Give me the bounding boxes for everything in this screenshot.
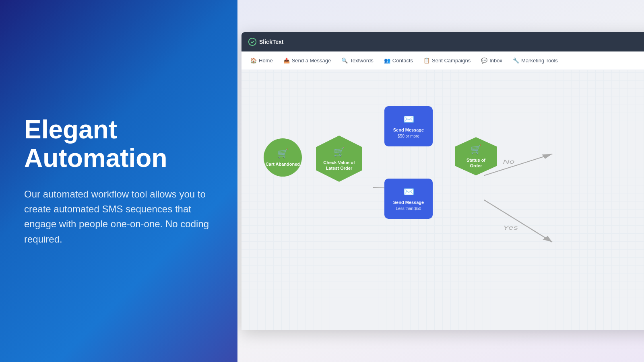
inbox-icon: 💬 [481,58,487,64]
nav-inbox[interactable]: 💬 Inbox [476,55,507,66]
headline-line2: Automation [24,144,167,173]
brand-name: SlickText [259,39,283,45]
send-top-sublabel: $50 or more [398,134,419,139]
browser-navbar: 🏠 Home 📤 Send a Message 🔍 Textwords 👥 Co… [242,51,644,70]
nav-contacts-label: Contacts [392,58,413,64]
cart-label: Cart Abandoned [266,161,300,167]
status-label: Status ofOrder [466,157,485,169]
send-top-label: Send Message [393,127,424,133]
browser-window: SlickText ? 🔔 D 🏠 Home 📤 Send a Message … [242,32,644,330]
description: Our automated workflow tool allows you t… [24,187,213,247]
nav-contacts[interactable]: 👥 Contacts [379,55,418,66]
check-icon: 🛒 [334,146,345,158]
nav-marketing[interactable]: 🔧 Marketing Tools [508,55,563,66]
nav-home[interactable]: 🏠 Home [246,55,278,66]
send-bottom-label: Send Message [393,200,424,205]
workflow-arrows-svg: No Yes [242,70,644,330]
nav-marketing-label: Marketing Tools [521,58,558,64]
node-send-message-bottom[interactable]: ✉️ Send Message Less than $50 [384,179,433,219]
send-bottom-icon: ✉️ [403,186,414,198]
brand-logo: SlickText [248,37,283,46]
nav-textwords-label: Textwords [350,58,374,64]
browser-content: No Yes 🛒 Cart Abandoned 🛒 Check Value of… [242,70,644,330]
workflow-canvas[interactable]: No Yes 🛒 Cart Abandoned 🛒 Check Value of… [242,70,644,330]
node-cart-abandoned[interactable]: 🛒 Cart Abandoned [264,138,302,177]
browser-topbar: SlickText ? 🔔 D [242,32,644,51]
send-icon: 📤 [283,58,290,64]
node-send-message-top[interactable]: ✉️ Send Message $50 or more [384,106,433,146]
headline: Elegant Automation [24,115,213,172]
slicktext-logo-icon [248,37,257,46]
svg-text:No: No [503,158,515,165]
home-icon: 🏠 [250,58,257,64]
svg-line-4 [484,200,553,242]
cart-icon: 🛒 [277,148,288,160]
nav-send-message[interactable]: 📤 Send a Message [279,55,336,66]
send-top-icon: ✉️ [403,114,414,125]
textwords-icon: 🔍 [341,58,348,64]
node-status-order[interactable]: 🛒 Status ofOrder [455,137,497,175]
svg-text:Yes: Yes [503,224,518,231]
right-panel: SlickText ? 🔔 D 🏠 Home 📤 Send a Message … [237,0,644,362]
left-panel: Elegant Automation Our automated workflo… [0,0,237,362]
nav-textwords[interactable]: 🔍 Textwords [336,55,378,66]
nav-home-label: Home [259,58,273,64]
campaigns-icon: 📋 [423,58,430,64]
contacts-icon: 👥 [384,58,390,64]
node-check-value[interactable]: 🛒 Check Value ofLatest Order [316,136,362,182]
headline-line1: Elegant [24,115,117,144]
nav-inbox-label: Inbox [489,58,502,64]
nav-send-label: Send a Message [292,58,331,64]
marketing-icon: 🔧 [513,58,519,64]
check-label: Check Value ofLatest Order [323,160,355,171]
nav-sent-campaigns[interactable]: 📋 Sent Campaigns [419,55,475,66]
svg-point-0 [249,38,256,45]
nav-campaigns-label: Sent Campaigns [432,58,471,64]
status-icon: 🛒 [471,144,481,156]
send-bottom-sublabel: Less than $50 [396,206,421,211]
